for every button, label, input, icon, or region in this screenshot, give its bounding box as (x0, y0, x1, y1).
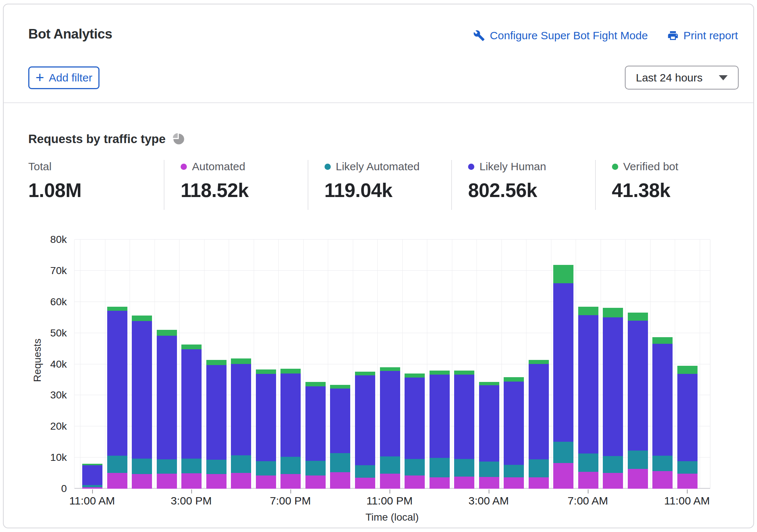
bar-segment-likely-automated[interactable] (553, 442, 573, 463)
bar-segment-automated[interactable] (430, 477, 450, 489)
bar-segment-automated[interactable] (305, 475, 326, 489)
bar-segment-automated[interactable] (652, 471, 673, 489)
bar-segment-likely-human[interactable] (405, 378, 425, 459)
bar-segment-automated[interactable] (132, 474, 152, 489)
bar-6-00-pm[interactable] (256, 369, 276, 489)
bar-segment-likely-automated[interactable] (256, 461, 276, 475)
bar-segment-likely-automated[interactable] (603, 456, 623, 473)
bar-segment-likely-automated[interactable] (578, 453, 598, 472)
bar-10-00-pm[interactable] (355, 372, 375, 489)
bar-segment-verified-bot[interactable] (677, 366, 698, 374)
bar-segment-likely-human[interactable] (256, 374, 276, 461)
bar-segment-likely-automated[interactable] (355, 465, 375, 478)
bar-segment-likely-automated[interactable] (652, 456, 673, 471)
stat-block-likely-automated[interactable]: Likely Automated119.04k (308, 160, 452, 210)
bar-segment-likely-automated[interactable] (305, 461, 326, 475)
bar-segment-likely-human[interactable] (578, 315, 598, 453)
bar-segment-likely-automated[interactable] (107, 456, 127, 473)
bar-segment-automated[interactable] (405, 475, 425, 489)
bar-segment-automated[interactable] (355, 478, 375, 489)
bar-segment-verified-bot[interactable] (355, 372, 375, 375)
bar-segment-verified-bot[interactable] (157, 330, 177, 336)
bar-segment-automated[interactable] (231, 473, 251, 489)
bar-8-00-pm[interactable] (305, 382, 326, 489)
bar-7-00-am[interactable] (578, 306, 598, 489)
bar-segment-automated[interactable] (330, 472, 350, 489)
bar-segment-verified-bot[interactable] (231, 358, 251, 364)
bar-5-00-am[interactable] (529, 360, 549, 489)
bar-segment-verified-bot[interactable] (181, 345, 202, 349)
bar-9-00-am[interactable] (628, 313, 648, 489)
bar-segment-likely-automated[interactable] (677, 461, 698, 474)
bar-segment-likely-human[interactable] (82, 465, 102, 485)
configure-super-bot-fight-mode-link[interactable]: Configure Super Bot Fight Mode (473, 29, 648, 42)
stat-block-likely-human[interactable]: Likely Human802.56k (451, 160, 595, 210)
bar-segment-verified-bot[interactable] (603, 308, 623, 317)
bar-3-00-pm[interactable] (181, 345, 202, 489)
bar-segment-verified-bot[interactable] (280, 369, 301, 374)
bar-segment-likely-human[interactable] (628, 321, 648, 451)
bar-segment-likely-human[interactable] (430, 375, 450, 458)
bar-segment-likely-human[interactable] (454, 375, 474, 459)
bar-segment-likely-human[interactable] (479, 385, 499, 462)
bar-segment-automated[interactable] (677, 474, 698, 489)
bar-segment-verified-bot[interactable] (330, 385, 350, 389)
bar-segment-verified-bot[interactable] (256, 369, 276, 374)
bar-segment-likely-human[interactable] (603, 317, 623, 456)
bar-segment-likely-human[interactable] (504, 382, 524, 465)
bar-segment-likely-automated[interactable] (529, 459, 549, 477)
bar-segment-likely-automated[interactable] (628, 451, 648, 469)
bar-11-00-am[interactable] (82, 464, 102, 489)
bar-segment-likely-human[interactable] (231, 364, 251, 456)
bar-5-00-pm[interactable] (231, 358, 251, 489)
bar-segment-likely-automated[interactable] (157, 459, 177, 474)
bar-segment-verified-bot[interactable] (405, 374, 425, 378)
bar-segment-likely-human[interactable] (652, 344, 673, 456)
bar-segment-likely-human[interactable] (157, 336, 177, 459)
time-range-select[interactable]: Last 24 hours (625, 66, 739, 90)
bar-segment-verified-bot[interactable] (628, 313, 648, 321)
bar-segment-likely-automated[interactable] (380, 456, 400, 474)
bar-segment-likely-automated[interactable] (231, 455, 251, 473)
bar-segment-automated[interactable] (603, 473, 623, 489)
stat-block-verified-bot[interactable]: Verified bot41.38k (595, 160, 739, 210)
bar-segment-automated[interactable] (280, 474, 301, 489)
bar-segment-verified-bot[interactable] (529, 360, 549, 364)
bar-segment-verified-bot[interactable] (504, 377, 524, 382)
bar-8-00-am[interactable] (603, 308, 623, 489)
bar-segment-automated[interactable] (553, 463, 573, 489)
bar-2-00-am[interactable] (454, 371, 474, 489)
bar-segment-likely-human[interactable] (181, 349, 202, 459)
bar-segment-verified-bot[interactable] (578, 307, 598, 316)
bar-4-00-pm[interactable] (206, 360, 227, 489)
bar-segment-automated[interactable] (380, 474, 400, 489)
bar-segment-likely-automated[interactable] (132, 459, 152, 474)
bar-11-00-pm[interactable] (380, 367, 400, 489)
bar-segment-likely-human[interactable] (677, 374, 698, 461)
stat-block-automated[interactable]: Automated118.52k (164, 160, 308, 210)
bar-12-00-am[interactable] (405, 374, 425, 489)
bar-6-00-am[interactable] (553, 265, 573, 489)
bar-segment-automated[interactable] (504, 477, 524, 489)
bar-2-00-pm[interactable] (157, 330, 177, 489)
bar-segment-verified-bot[interactable] (652, 337, 673, 344)
bar-segment-automated[interactable] (578, 472, 598, 489)
bar-segment-likely-human[interactable] (380, 371, 400, 456)
bar-segment-verified-bot[interactable] (454, 371, 474, 374)
bar-segment-verified-bot[interactable] (479, 382, 499, 385)
print-report-link[interactable]: Print report (667, 29, 738, 42)
bar-segment-verified-bot[interactable] (206, 360, 227, 365)
bar-segment-verified-bot[interactable] (305, 382, 326, 386)
bar-segment-likely-automated[interactable] (405, 459, 425, 475)
bar-segment-likely-human[interactable] (529, 364, 549, 460)
bar-7-00-pm[interactable] (280, 369, 301, 489)
bar-3-00-am[interactable] (479, 382, 499, 489)
bar-segment-verified-bot[interactable] (132, 316, 152, 321)
bar-segment-likely-automated[interactable] (206, 460, 227, 474)
bar-segment-automated[interactable] (628, 469, 648, 489)
bar-4-00-am[interactable] (504, 377, 524, 489)
bar-segment-likely-automated[interactable] (280, 457, 301, 474)
bar-segment-automated[interactable] (206, 474, 227, 489)
bar-segment-likely-automated[interactable] (330, 453, 350, 472)
bar-segment-automated[interactable] (529, 477, 549, 489)
